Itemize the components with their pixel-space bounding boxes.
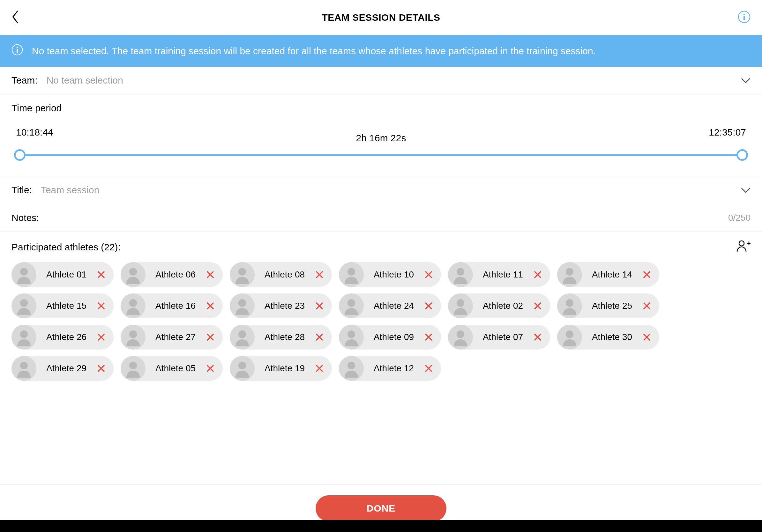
athlete-name: Athlete 19 xyxy=(255,363,315,373)
back-chevron-icon[interactable] xyxy=(12,10,20,25)
remove-athlete-icon[interactable] xyxy=(315,332,324,342)
remove-athlete-icon[interactable] xyxy=(424,301,433,311)
athlete-chip: Athlete 19 xyxy=(230,356,332,381)
svg-point-63 xyxy=(20,362,28,369)
athlete-name: Athlete 10 xyxy=(364,270,424,280)
athlete-chip: Athlete 23 xyxy=(230,294,332,318)
athlete-chip: Athlete 25 xyxy=(557,294,659,318)
remove-athlete-icon[interactable] xyxy=(642,301,651,311)
slider-handle-end[interactable] xyxy=(736,149,748,161)
avatar xyxy=(448,294,473,318)
athlete-chip: Athlete 15 xyxy=(12,294,114,318)
athlete-chip: Athlete 01 xyxy=(12,262,114,287)
avatar xyxy=(339,262,364,287)
athlete-chip: Athlete 02 xyxy=(448,294,550,318)
remove-athlete-icon[interactable] xyxy=(533,301,543,311)
title-row[interactable]: Title: Team session xyxy=(0,176,762,204)
athlete-name: Athlete 05 xyxy=(145,363,205,373)
remove-athlete-icon[interactable] xyxy=(205,364,215,373)
done-button[interactable]: DONE xyxy=(316,495,447,521)
svg-point-54 xyxy=(347,330,355,338)
remove-athlete-icon[interactable] xyxy=(642,332,651,342)
remove-athlete-icon[interactable] xyxy=(205,301,215,311)
team-label: Team: xyxy=(12,75,38,86)
athletes-heading: Participated athletes (22): xyxy=(12,242,120,253)
svg-rect-5 xyxy=(17,49,18,53)
time-start: 10:18:44 xyxy=(16,127,53,138)
athlete-chip: Athlete 08 xyxy=(230,262,332,287)
avatar xyxy=(120,294,145,318)
remove-athlete-icon[interactable] xyxy=(315,301,324,311)
remove-athlete-icon[interactable] xyxy=(533,332,543,342)
avatar xyxy=(120,325,145,350)
remove-athlete-icon[interactable] xyxy=(96,332,106,342)
avatar xyxy=(230,325,255,350)
athlete-chip: Athlete 29 xyxy=(12,356,114,381)
svg-point-42 xyxy=(566,299,573,307)
svg-point-18 xyxy=(347,268,355,276)
remove-athlete-icon[interactable] xyxy=(315,364,324,373)
remove-athlete-icon[interactable] xyxy=(96,364,106,373)
athlete-name: Athlete 16 xyxy=(145,301,205,311)
athlete-chip: Athlete 27 xyxy=(120,325,223,350)
svg-point-9 xyxy=(20,268,28,276)
avatar xyxy=(230,294,255,318)
avatar xyxy=(448,262,473,287)
avatar xyxy=(557,294,582,318)
athlete-chip: Athlete 11 xyxy=(448,262,550,287)
avatar xyxy=(12,325,37,350)
remove-athlete-icon[interactable] xyxy=(424,364,433,373)
avatar xyxy=(120,356,145,381)
athlete-name: Athlete 26 xyxy=(37,332,96,342)
svg-point-4 xyxy=(17,47,18,48)
remove-athlete-icon[interactable] xyxy=(424,270,433,279)
athlete-name: Athlete 25 xyxy=(582,301,642,311)
athlete-chip: Athlete 14 xyxy=(557,262,659,287)
athlete-chip: Athlete 05 xyxy=(120,356,223,381)
remove-athlete-icon[interactable] xyxy=(205,270,215,279)
add-athlete-icon[interactable] xyxy=(736,239,750,254)
athlete-name: Athlete 15 xyxy=(37,301,96,311)
svg-point-15 xyxy=(238,268,246,276)
svg-point-6 xyxy=(739,241,744,246)
remove-athlete-icon[interactable] xyxy=(96,301,106,311)
avatar xyxy=(339,356,364,381)
svg-point-33 xyxy=(238,299,246,307)
athlete-name: Athlete 08 xyxy=(255,270,315,280)
team-selector-row[interactable]: Team: No team selection xyxy=(0,67,762,95)
avatar xyxy=(12,262,37,287)
svg-point-39 xyxy=(457,299,464,307)
remove-athlete-icon[interactable] xyxy=(533,270,543,279)
info-icon xyxy=(12,44,23,58)
avatar xyxy=(120,262,145,287)
notes-counter: 0/250 xyxy=(728,213,750,223)
team-value: No team selection xyxy=(46,75,123,86)
svg-point-45 xyxy=(20,330,28,338)
svg-rect-2 xyxy=(743,16,745,21)
remove-athlete-icon[interactable] xyxy=(424,332,433,342)
athlete-chip: Athlete 28 xyxy=(230,325,332,350)
time-range-slider[interactable] xyxy=(12,149,750,162)
time-duration: 2h 16m 22s xyxy=(53,133,709,144)
remove-athlete-icon[interactable] xyxy=(205,332,215,342)
athlete-name: Athlete 14 xyxy=(582,270,642,280)
svg-point-48 xyxy=(129,330,137,338)
athlete-name: Athlete 11 xyxy=(473,270,533,280)
slider-handle-start[interactable] xyxy=(14,149,26,161)
athlete-name: Athlete 23 xyxy=(255,301,315,311)
chevron-down-icon xyxy=(741,185,750,195)
athlete-chip: Athlete 06 xyxy=(120,262,223,287)
header: TEAM SESSION DETAILS xyxy=(0,0,762,35)
athlete-name: Athlete 29 xyxy=(37,363,96,373)
svg-point-72 xyxy=(347,362,355,369)
remove-athlete-icon[interactable] xyxy=(315,270,324,279)
remove-athlete-icon[interactable] xyxy=(96,270,106,279)
athlete-chip: Athlete 26 xyxy=(12,325,114,350)
avatar xyxy=(448,325,473,350)
info-icon[interactable] xyxy=(738,11,750,25)
athlete-name: Athlete 12 xyxy=(364,363,424,373)
svg-point-57 xyxy=(457,330,464,338)
notes-label: Notes: xyxy=(12,212,39,223)
remove-athlete-icon[interactable] xyxy=(642,270,651,279)
notes-row[interactable]: Notes: 0/250 xyxy=(0,204,762,232)
